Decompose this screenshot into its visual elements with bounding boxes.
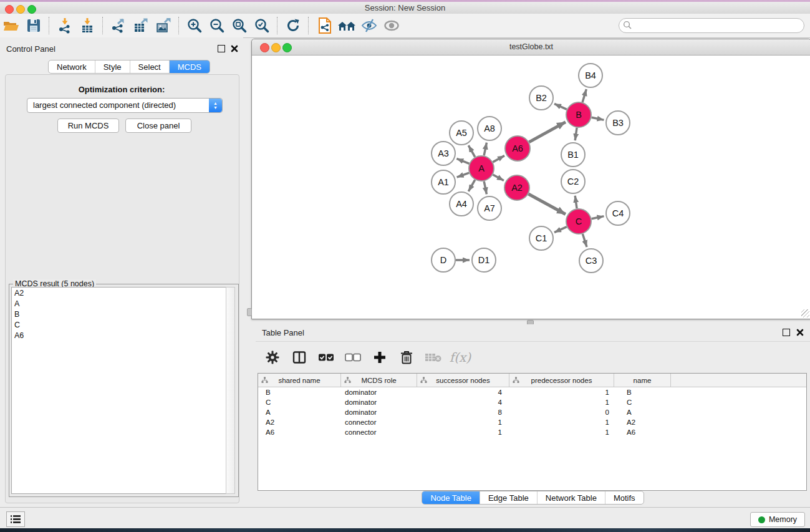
table-cell[interactable]: A2 (614, 417, 671, 427)
column-header-predecessor-nodes[interactable]: predecessor nodes (509, 374, 614, 387)
refresh-button[interactable] (282, 16, 304, 36)
graph-edge-C-C2[interactable] (575, 196, 577, 208)
graph-edge-A-A2[interactable] (493, 175, 503, 181)
graph-node-C4[interactable]: C4 (606, 201, 630, 225)
table-cell[interactable]: 1 (509, 427, 614, 437)
table-cell[interactable]: 1 (417, 417, 509, 427)
close-table-panel-icon[interactable] (796, 329, 804, 336)
result-list-item[interactable]: A6 (12, 330, 228, 341)
graph-node-A4[interactable]: A4 (450, 192, 473, 216)
tab-network-table[interactable]: Network Table (538, 491, 605, 504)
export-image-button[interactable] (152, 16, 175, 36)
graph-edge-B-B1[interactable] (575, 128, 577, 140)
tab-node-table[interactable]: Node Table (422, 491, 480, 504)
table-cell[interactable]: dominator (341, 397, 417, 407)
graph-edge-A-A6[interactable] (493, 156, 504, 162)
graph-edge-B-B2[interactable] (554, 104, 567, 109)
window-resize-grip[interactable] (801, 309, 809, 317)
export-network-button[interactable] (107, 16, 130, 36)
graph-edge-A-A3[interactable] (456, 158, 469, 163)
network-canvas[interactable]: B4B2BB3A8A5A6A3B1AA1C2A2A4A7C4CC1C3DD1 (253, 56, 809, 317)
table-cell[interactable]: 4 (417, 397, 509, 407)
show-column-button[interactable] (290, 348, 309, 367)
function-builder-button[interactable]: f(x) (451, 348, 470, 367)
birdseye-view-button[interactable] (335, 16, 358, 36)
tab-select[interactable]: Select (130, 60, 170, 73)
search-box[interactable] (619, 18, 804, 33)
graph-node-B3[interactable]: B3 (606, 111, 630, 135)
graph-node-A6[interactable]: A6 (505, 136, 530, 161)
add-column-button[interactable] (370, 348, 389, 367)
run-mcds-button[interactable]: Run MCDS (57, 118, 119, 133)
graph-node-D[interactable]: D (432, 248, 455, 272)
graph-node-A3[interactable]: A3 (432, 142, 455, 165)
table-cell[interactable]: C (614, 397, 671, 407)
table-cell[interactable]: B (258, 387, 341, 397)
import-table-button[interactable] (76, 16, 99, 36)
graph-node-A2[interactable]: A2 (504, 175, 529, 200)
table-cell[interactable]: B (614, 387, 671, 397)
result-list-scrollbar[interactable] (226, 287, 235, 494)
result-list-item[interactable]: B (12, 309, 228, 319)
tab-style[interactable]: Style (95, 60, 130, 73)
table-row[interactable]: A6connector11A6 (258, 427, 806, 437)
table-cell[interactable]: C (258, 397, 341, 407)
table-cell[interactable]: 1 (417, 427, 509, 437)
graph-node-C[interactable]: C (566, 209, 591, 234)
close-panel-icon[interactable] (231, 45, 238, 52)
table-cell[interactable]: 0 (509, 407, 614, 417)
select-all-button[interactable] (317, 348, 335, 367)
table-cell[interactable]: 8 (417, 407, 509, 417)
table-row[interactable]: Cdominator41C (258, 397, 806, 407)
graph-node-C1[interactable]: C1 (529, 226, 553, 250)
task-history-button[interactable] (6, 511, 25, 527)
search-input[interactable] (634, 19, 799, 32)
import-network-button[interactable] (54, 16, 76, 36)
zoom-fit-button[interactable] (228, 16, 251, 36)
table-cell[interactable]: connector (341, 417, 417, 427)
vertical-divider-grip[interactable] (247, 308, 252, 316)
network-window-titlebar[interactable]: testGlobe.txt (252, 39, 810, 56)
graph-node-A[interactable]: A (469, 156, 494, 181)
graph-edge-B-B4[interactable] (582, 89, 586, 102)
tab-motifs[interactable]: Motifs (605, 491, 644, 504)
tab-network[interactable]: Network (49, 60, 95, 73)
table-row[interactable]: Bdominator41B (258, 387, 806, 397)
result-list-item[interactable]: A2 (12, 288, 228, 298)
clone-network-button[interactable] (313, 16, 335, 36)
memory-button[interactable]: Memory (750, 512, 805, 527)
tab-edge-table[interactable]: Edge Table (480, 491, 538, 504)
graph-edge-A-A8[interactable] (484, 143, 486, 156)
zoom-out-button[interactable] (206, 16, 228, 36)
table-cell[interactable]: dominator (341, 407, 417, 417)
network-graph[interactable]: B4B2BB3A8A5A6A3B1AA1C2A2A4A7C4CC1C3DD1 (253, 56, 809, 317)
save-session-button[interactable] (22, 16, 45, 36)
graph-edge-B-B3[interactable] (592, 117, 604, 120)
graph-edge-C-C1[interactable] (554, 227, 567, 233)
result-list-item[interactable]: A (12, 298, 228, 309)
close-panel-button[interactable]: Close panel (125, 118, 191, 133)
zoom-selected-button[interactable] (251, 16, 273, 36)
graph-node-A1[interactable]: A1 (432, 170, 455, 194)
table-row[interactable]: Adominator80A (258, 407, 806, 417)
table-cell[interactable]: A6 (258, 427, 341, 437)
graph-edge-A-A7[interactable] (484, 181, 486, 195)
graph-node-A5[interactable]: A5 (450, 121, 473, 145)
table-cell[interactable]: 1 (509, 397, 614, 407)
column-header-mcds-role[interactable]: MCDS role (341, 374, 417, 387)
graph-node-A7[interactable]: A7 (478, 196, 501, 220)
table-cell[interactable]: A (614, 407, 671, 417)
table-options-button[interactable] (263, 348, 282, 367)
graph-node-C2[interactable]: C2 (561, 170, 585, 193)
column-header-name[interactable]: name (614, 374, 671, 387)
float-panel-icon[interactable] (218, 45, 225, 52)
graph-edge-C-C3[interactable] (582, 234, 587, 247)
hide-panels-button[interactable] (358, 16, 380, 36)
graph-node-C3[interactable]: C3 (579, 249, 603, 273)
zoom-in-button[interactable] (183, 16, 206, 36)
table-cell[interactable]: A (258, 407, 341, 417)
graph-edge-C-C4[interactable] (592, 216, 604, 219)
table-cell[interactable]: 4 (417, 387, 509, 397)
graph-node-D1[interactable]: D1 (472, 248, 496, 272)
tab-mcds[interactable]: MCDS (170, 60, 210, 73)
